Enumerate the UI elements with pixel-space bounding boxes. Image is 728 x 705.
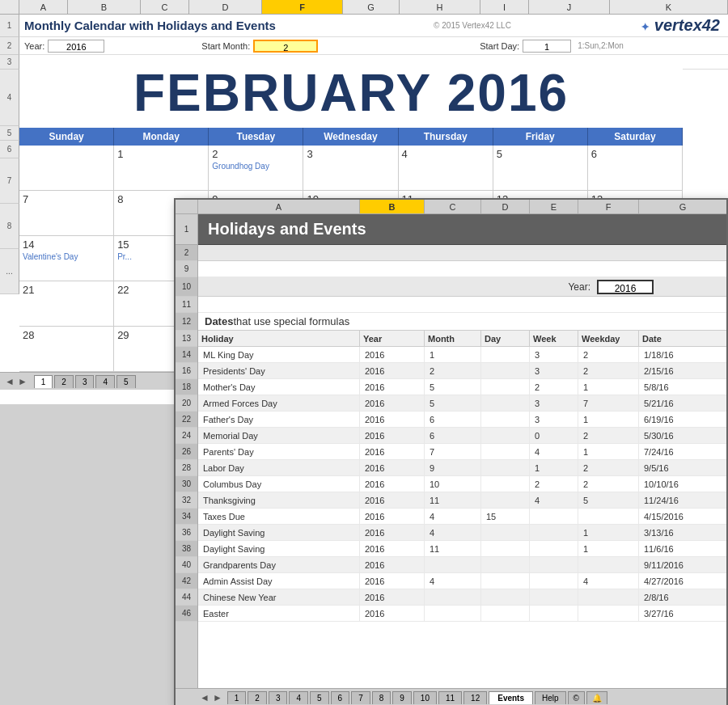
popup-year-input[interactable]: 2016	[597, 280, 654, 294]
popup-tab-events[interactable]: Events	[489, 691, 533, 704]
th-month: Month	[425, 331, 481, 346]
table-row: Mother's Day 2016 5 2 1 5/8/16	[198, 379, 726, 395]
table-row: Father's Day 2016 6 3 1 6/19/16	[198, 412, 726, 428]
td-week	[530, 509, 578, 524]
td-year: 2016	[360, 412, 425, 427]
td-month: 4	[425, 509, 481, 524]
popup-tab-6[interactable]: 6	[331, 691, 350, 704]
start-month-input[interactable]: 2	[253, 40, 318, 53]
popup-data-rows: ML King Day 2016 1 3 2 1/18/16 President…	[198, 347, 726, 622]
sheet-tab-1[interactable]: 1	[34, 375, 53, 388]
popup-tab-12[interactable]: 12	[463, 691, 487, 704]
td-year: 2016	[360, 589, 425, 605]
td-month: 10	[425, 476, 481, 492]
td-day	[481, 492, 530, 508]
td-weekday: 7	[578, 395, 639, 411]
table-row: Columbus Day 2016 10 2 2 10/10/16	[198, 476, 726, 492]
sheet-tab-2[interactable]: 2	[54, 375, 74, 388]
popup-tab-2[interactable]: 2	[248, 691, 267, 704]
col-d: D	[189, 0, 262, 14]
td-day	[481, 606, 530, 621]
popup-tab-4[interactable]: 4	[289, 691, 308, 704]
td-year: 2016	[360, 428, 425, 443]
td-holiday: Chinese New Year	[198, 589, 360, 605]
day-3: 3	[303, 146, 398, 190]
popup-tab-1[interactable]: 1	[227, 691, 247, 704]
td-holiday: Thanksgiving	[198, 492, 360, 508]
td-date: 5/21/16	[639, 395, 726, 411]
popup-tab-copyright[interactable]: ©	[568, 691, 585, 704]
start-month-label: Start Month:	[201, 41, 250, 51]
td-date: 4/15/2016	[639, 509, 726, 524]
popup-tab-11[interactable]: 11	[438, 691, 462, 704]
tab-nav-right[interactable]: ►	[18, 376, 28, 387]
col-a: A	[19, 0, 68, 14]
td-month: 11	[425, 492, 481, 508]
td-weekday: 1	[578, 379, 639, 395]
year-input[interactable]: 2016	[48, 40, 104, 53]
td-day: 15	[481, 509, 530, 524]
td-day	[481, 541, 530, 556]
tab-nav-left[interactable]: ◄	[5, 376, 15, 387]
day-2: 2Groundhog Day	[209, 146, 303, 190]
col-f-active: F	[262, 0, 343, 14]
col-h: H	[400, 0, 480, 14]
table-row: Memorial Day 2016 6 0 2 5/30/16	[198, 428, 726, 444]
td-weekday	[578, 557, 639, 572]
popup-col-e: E	[530, 200, 578, 213]
popup-tab-3[interactable]: 3	[269, 691, 288, 704]
popup-body: 1 2 9 10 11 12 13 14 16 18 20 22 24 26 2…	[176, 214, 726, 688]
td-month: 11	[425, 541, 481, 556]
col-j: J	[529, 0, 610, 14]
td-week	[530, 541, 578, 556]
column-headers: A B C D F G H I J K	[19, 0, 728, 15]
td-year: 2016	[360, 444, 425, 459]
popup-tab-nav-right[interactable]: ►	[213, 692, 222, 703]
popup-tab-5[interactable]: 5	[310, 691, 329, 704]
popup-corner	[176, 200, 198, 213]
col-k: K	[610, 0, 728, 14]
td-year: 2016	[360, 509, 425, 524]
sheet-tab-3[interactable]: 3	[75, 375, 95, 388]
td-week: 3	[530, 395, 578, 411]
td-week: 3	[530, 412, 578, 427]
popup-tab-help[interactable]: Help	[535, 691, 566, 704]
col-c: C	[141, 0, 189, 14]
th-year: Year	[360, 331, 425, 346]
popup-tab-8[interactable]: 8	[372, 691, 392, 704]
popup-tab-bell[interactable]: 🔔	[586, 691, 607, 704]
col-b: B	[68, 0, 141, 14]
td-year: 2016	[360, 557, 425, 572]
td-weekday	[578, 606, 639, 621]
table-row: Thanksgiving 2016 11 4 5 11/24/16	[198, 492, 726, 509]
td-month: 6	[425, 412, 481, 427]
tuesday-header: Tuesday	[209, 128, 303, 146]
spreadsheet-corner	[0, 0, 19, 15]
popup-tab-10[interactable]: 10	[413, 691, 437, 704]
day-28: 28	[19, 327, 114, 371]
sunday-header: Sunday	[19, 128, 114, 146]
td-week: 4	[530, 492, 578, 508]
td-year: 2016	[360, 347, 425, 362]
popup-col-header-row: A B C D E F G	[176, 200, 726, 214]
start-day-input[interactable]: 1	[523, 40, 571, 53]
popup-col-a: A	[198, 200, 360, 213]
td-week: 2	[530, 476, 578, 492]
th-week: Week	[530, 331, 578, 346]
popup-tab-nav-left[interactable]: ◄	[200, 692, 210, 703]
td-weekday	[578, 589, 639, 605]
popup-tab-9[interactable]: 9	[392, 691, 412, 704]
popup-tab-7[interactable]: 7	[351, 691, 370, 704]
start-day-label: Start Day:	[480, 41, 519, 51]
sheet-tab-4[interactable]: 4	[95, 375, 115, 388]
sheet-tab-5[interactable]: 5	[116, 375, 136, 388]
td-month	[425, 606, 481, 621]
day-5: 5	[493, 146, 588, 190]
popup-row-9	[198, 261, 726, 277]
td-weekday: 1	[578, 541, 639, 556]
day-4: 4	[399, 146, 493, 190]
td-week	[530, 606, 578, 621]
td-day	[481, 476, 530, 492]
day-7: 7	[19, 191, 114, 235]
td-holiday: Grandparents Day	[198, 557, 360, 572]
